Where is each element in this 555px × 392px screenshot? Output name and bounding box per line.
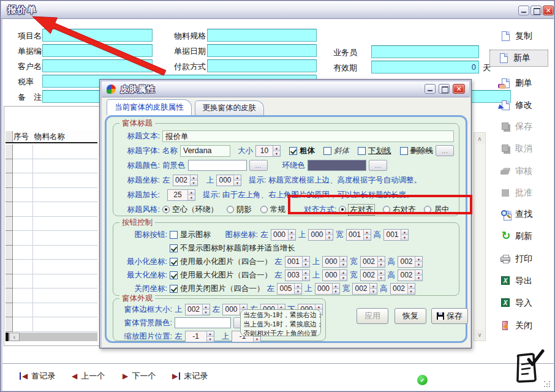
- grid-body[interactable]: [13, 145, 97, 332]
- spinner-arrows-icon[interactable]: [339, 270, 347, 281]
- salesman-input[interactable]: [371, 45, 479, 58]
- icon-width-spinner[interactable]: 001: [346, 229, 371, 241]
- save-skin-button[interactable]: 保存: [431, 308, 468, 324]
- bold-checkbox[interactable]: [289, 147, 297, 155]
- grid-row-headers[interactable]: [6, 145, 13, 332]
- max-top-spinner[interactable]: 000: [322, 270, 347, 281]
- border-top-spinner[interactable]: 002: [185, 304, 210, 315]
- spinner-arrows-icon[interactable]: [206, 331, 214, 342]
- spinner-arrows-icon[interactable]: [415, 270, 422, 281]
- max-width-spinner[interactable]: 002: [360, 270, 385, 281]
- spinner-arrows-icon[interactable]: [415, 257, 422, 267]
- max-left-spinner[interactable]: 003: [285, 270, 310, 281]
- use-close-image-checkbox[interactable]: [170, 285, 178, 293]
- spinner-arrows-icon[interactable]: [407, 284, 415, 294]
- spinner-arrows-icon[interactable]: [377, 257, 385, 267]
- dialog-close-icon[interactable]: [453, 84, 465, 94]
- min-left-spinner[interactable]: 001: [285, 256, 310, 268]
- max-height-spinner[interactable]: 002: [398, 270, 423, 281]
- main-vscrollbar[interactable]: [474, 132, 486, 341]
- spinner-arrows-icon[interactable]: [401, 230, 408, 240]
- prev-record-button[interactable]: 上一个: [72, 371, 105, 382]
- delete-order-button[interactable]: 删单: [491, 75, 552, 91]
- scroll-left-icon[interactable]: [9, 333, 20, 341]
- wrap-color-swatch[interactable]: [308, 160, 366, 171]
- main-titlebar[interactable]: 报价单: [1, 1, 554, 19]
- spinner-arrows-icon[interactable]: [202, 304, 210, 315]
- new-order-button[interactable]: 新单: [489, 50, 548, 67]
- dialog-minimize-icon[interactable]: [425, 84, 436, 94]
- strike-checkbox[interactable]: [400, 147, 408, 155]
- font-name-input[interactable]: Verdana: [180, 145, 230, 157]
- next-record-button[interactable]: 下一个: [123, 371, 156, 382]
- print-button[interactable]: 打印: [491, 251, 552, 267]
- restore-button[interactable]: 恢复: [395, 308, 426, 324]
- first-record-button[interactable]: 首记录: [20, 371, 55, 382]
- use-max-image-checkbox[interactable]: [170, 271, 178, 279]
- italic-checkbox[interactable]: [323, 147, 331, 155]
- scroll-up-icon[interactable]: [475, 134, 485, 144]
- title-left-spinner[interactable]: 002: [173, 175, 198, 186]
- modify-button[interactable]: 修改: [491, 97, 552, 113]
- min-height-spinner[interactable]: 002: [398, 256, 423, 268]
- close-width-spinner[interactable]: 002: [352, 283, 377, 295]
- project-name-input[interactable]: [42, 29, 153, 42]
- spinner-arrows-icon[interactable]: [302, 270, 309, 281]
- doc-date-input[interactable]: [207, 44, 317, 57]
- wrap-color-more-button[interactable]: …: [369, 160, 387, 171]
- close-app-button[interactable]: 关闭: [491, 318, 552, 334]
- spinner-arrows-icon[interactable]: [339, 257, 347, 267]
- font-size-spinner[interactable]: 10: [255, 145, 281, 157]
- fg-color-more-button[interactable]: …: [249, 160, 268, 171]
- title-extend-spinner[interactable]: 25: [167, 189, 195, 201]
- payment-input[interactable]: [207, 59, 317, 72]
- close-icon[interactable]: [543, 6, 554, 15]
- maximize-icon[interactable]: [530, 6, 542, 15]
- zoom-left-spinner[interactable]: -1: [185, 331, 214, 342]
- spinner-arrows-icon[interactable]: [273, 146, 280, 156]
- min-top-spinner[interactable]: 000: [322, 256, 347, 268]
- resize-grip[interactable]: [544, 381, 551, 388]
- spec-input[interactable]: [207, 29, 317, 42]
- import-button[interactable]: 导入: [491, 295, 552, 311]
- doc-no-input[interactable]: [42, 44, 153, 57]
- icon-left-spinner[interactable]: 000: [271, 229, 296, 241]
- tab-change-skin[interactable]: 更换窗体的皮肤: [195, 100, 265, 115]
- no-icon-shift-checkbox[interactable]: [170, 244, 178, 252]
- grid-splitter-handle[interactable]: [6, 333, 9, 341]
- bg-color-swatch[interactable]: [175, 317, 231, 328]
- close-height-spinner[interactable]: 002: [390, 283, 415, 295]
- spinner-arrows-icon[interactable]: [332, 284, 339, 294]
- minimize-icon[interactable]: [518, 6, 529, 15]
- tab-current-skin[interactable]: 当前窗体的皮肤属性: [107, 99, 192, 115]
- font-more-button[interactable]: …: [436, 145, 454, 156]
- spinner-arrows-icon[interactable]: [187, 190, 195, 200]
- title-text-input[interactable]: 报价单: [162, 130, 454, 142]
- dialog-titlebar[interactable]: 皮肤属性: [102, 81, 469, 97]
- scroll-down-icon[interactable]: [475, 330, 485, 340]
- icon-height-spinner[interactable]: 001: [383, 229, 409, 241]
- spinner-arrows-icon[interactable]: [302, 257, 309, 267]
- spinner-arrows-icon[interactable]: [363, 230, 371, 240]
- last-record-button[interactable]: 末记录: [172, 371, 208, 382]
- min-width-spinner[interactable]: 002: [360, 256, 385, 268]
- title-top-spinner[interactable]: 000: [216, 175, 241, 186]
- spinner-arrows-icon[interactable]: [294, 284, 301, 294]
- spinner-arrows-icon[interactable]: [325, 230, 333, 240]
- icon-top-spinner[interactable]: 000: [308, 229, 333, 241]
- export-button[interactable]: 导出: [491, 273, 552, 289]
- copy-button[interactable]: 复制: [491, 28, 552, 44]
- dialog-maximize-icon[interactable]: [439, 84, 450, 94]
- spinner-arrows-icon[interactable]: [369, 284, 377, 294]
- use-min-image-checkbox[interactable]: [170, 258, 178, 266]
- spinner-arrows-icon[interactable]: [233, 175, 241, 186]
- show-icon-checkbox[interactable]: [170, 231, 178, 239]
- find-button[interactable]: 查找: [491, 206, 552, 222]
- underline-checkbox[interactable]: [358, 147, 366, 155]
- grid-hscrollbar[interactable]: [6, 333, 97, 341]
- customer-input[interactable]: [42, 59, 153, 72]
- close-top-spinner[interactable]: 000: [315, 283, 340, 295]
- spinner-arrows-icon[interactable]: [190, 175, 197, 186]
- refresh-button[interactable]: 刷新: [491, 228, 552, 244]
- fg-color-swatch[interactable]: [188, 160, 247, 171]
